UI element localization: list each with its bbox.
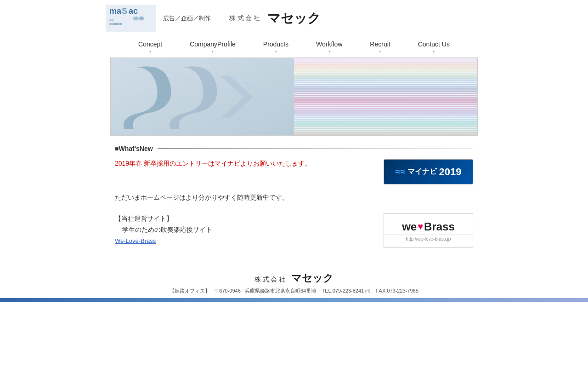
svg-text:ac: ac [129,6,138,16]
news-text: 2019年春 新卒採用のエントリーはマイナビよりお願いいたします。 [115,159,374,168]
mynavi-banner[interactable]: ≈≈ マイナビ 2019 [384,159,473,184]
footer-address: 兵庫県姫路市北条永良町64番地 [245,288,316,293]
webrass-right: Brass [424,220,455,233]
nav-profile[interactable]: CompanyProfile [190,40,236,53]
nav-recruit[interactable]: Recruit [370,40,390,53]
mynavi-label: マイナビ [407,167,437,177]
footer: 株 式 会 社 マセック 【姫路オフィス】 〒670-0946 兵庫県姫路市北条… [0,262,588,304]
main-nav: Concept CompanyProfile Products Workflow… [0,37,588,55]
nav-workflow[interactable]: Workflow [316,40,342,53]
header: ma S ac ad solution 広告／企画／制作 株 式 会 社 マセッ… [0,0,588,37]
news-item: 2019年春 新卒採用のエントリーはマイナビよりお願いいたします。 ≈≈ マイナ… [115,159,473,184]
footer-postal: 〒670-0946 [214,288,241,293]
hero-right [294,58,477,136]
footer-tel-suffix: ㈹ [365,288,370,293]
webrass-left: we [402,220,417,233]
svg-rect-50 [294,58,477,136]
footer-bar [0,298,588,302]
hero-stripes-svg [294,58,477,136]
update-notice: ただいまホームページはより分かりやすく随時更新中です。 [115,194,473,202]
footer-tel: TEL.079-223-8241 [322,288,364,293]
mynavi-year: 2019 [439,166,462,178]
svg-text:S: S [122,6,127,16]
footer-info: 【姫路オフィス】 〒670-0946 兵庫県姫路市北条永良町64番地 TEL.0… [0,288,588,294]
svg-text:solution: solution [109,22,122,26]
webrass-banner[interactable]: we ♥ Brass http://we-love-brass.jp [384,213,473,248]
operated-link[interactable]: We-Love-Brass [115,237,156,244]
company-name-kanji: 株 式 会 社 [229,14,260,23]
hero-banner [110,58,478,136]
logo-tagline: 広告／企画／制作 [163,14,211,23]
webrass-heart-icon: ♥ [418,221,423,232]
operated-header: 【当社運営サイト】 [115,215,173,222]
footer-kanji: 株 式 会 社 [254,276,285,283]
footer-fax: FAX.079-223-7965 [376,288,418,293]
svg-text:ma: ma [109,6,122,16]
mynavi-wave-icon: ≈≈ [396,167,406,177]
webrass-title: we ♥ Brass [402,220,455,233]
operated-text: 【当社運営サイト】 学生のための吹奏楽応援サイト We-Love-Brass [115,213,374,246]
company-name-jp: マセック [267,10,321,27]
news-link[interactable]: 2019年春 新卒採用のエントリーはマイナビよりお願いいたします。 [115,160,311,167]
footer-company: 株 式 会 社 マセック [0,271,588,285]
hero-left [111,58,294,136]
operated-site: 【当社運営サイト】 学生のための吹奏楽応援サイト We-Love-Brass w… [115,213,473,248]
nav-contact[interactable]: Contuct Us [418,40,450,53]
logo-area: ma S ac ad solution 広告／企画／制作 [106,5,211,32]
webrass-url: http://we-love-brass.jp [384,235,473,242]
hero-shapes-svg [111,58,294,136]
footer-office: 【姫路オフィス】 [170,288,210,293]
content-area: ■What'sNew 2019年春 新卒採用のエントリーはマイナビよりお願いいた… [110,145,478,248]
nav-products[interactable]: Products [263,40,288,53]
whats-new-label: ■What'sNew [115,145,153,152]
svg-text:ad: ad [109,17,113,22]
logo-icon: ma S ac ad solution [106,5,156,32]
nav-concept[interactable]: Concept [138,40,162,53]
whats-new-header: ■What'sNew [115,145,473,152]
whats-new-divider [158,148,473,149]
footer-name: マセック [291,272,334,284]
operated-desc: 学生のための吹奏楽応援サイト [122,226,212,233]
